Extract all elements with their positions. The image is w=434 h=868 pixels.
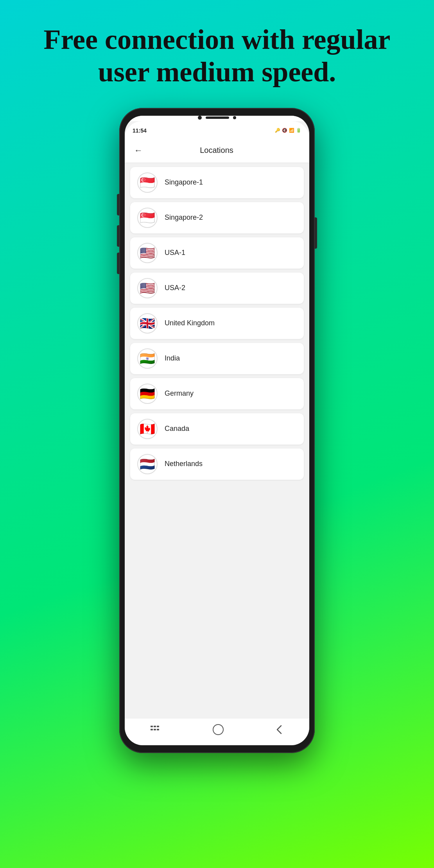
location-name-de: Germany xyxy=(165,389,194,398)
flag-sg1: 🇸🇬 xyxy=(137,172,158,193)
location-name-us2: USA-2 xyxy=(165,284,185,292)
location-item-in[interactable]: 🇮🇳 India xyxy=(130,343,304,374)
svg-rect-1 xyxy=(154,726,156,727)
phone-notch xyxy=(125,116,309,121)
bottom-nav-bar xyxy=(125,719,309,745)
battery-icon: 🔋 xyxy=(296,128,301,133)
sensor xyxy=(233,116,236,119)
wifi-icon: 📶 xyxy=(289,128,294,133)
locations-list: 🇸🇬 Singapore-1 🇸🇬 Singapore-2 🇺🇸 USA-1 🇺… xyxy=(125,163,309,719)
svg-rect-4 xyxy=(154,729,156,730)
location-item-ca[interactable]: 🇨🇦 Canada xyxy=(130,413,304,445)
phone-screen: 11:54 🔑 🔇 📶 🔋 ← Locations 🇸🇬 Singapor xyxy=(125,116,309,745)
flag-us1: 🇺🇸 xyxy=(137,243,158,263)
location-item-sg2[interactable]: 🇸🇬 Singapore-2 xyxy=(130,202,304,233)
front-camera xyxy=(198,116,202,120)
flag-ca: 🇨🇦 xyxy=(137,419,158,439)
page-title: Locations xyxy=(146,146,287,155)
recent-apps-button[interactable] xyxy=(151,726,161,736)
status-icons: 🔑 🔇 📶 🔋 xyxy=(275,128,301,133)
back-nav-button[interactable] xyxy=(275,724,283,737)
mute-icon: 🔇 xyxy=(282,128,287,133)
location-item-uk[interactable]: 🇬🇧 United Kingdom xyxy=(130,308,304,339)
location-name-sg2: Singapore-2 xyxy=(165,213,203,222)
svg-rect-3 xyxy=(151,729,153,730)
location-name-in: India xyxy=(165,354,180,362)
location-name-us1: USA-1 xyxy=(165,249,185,257)
svg-rect-0 xyxy=(151,726,153,727)
flag-de: 🇩🇪 xyxy=(137,384,158,404)
home-button[interactable] xyxy=(213,724,224,737)
location-item-us2[interactable]: 🇺🇸 USA-2 xyxy=(130,273,304,304)
hero-section: Free connection with regular user medium… xyxy=(0,0,434,104)
location-name-uk: United Kingdom xyxy=(165,319,215,327)
svg-rect-2 xyxy=(157,726,159,727)
flag-us2: 🇺🇸 xyxy=(137,278,158,298)
location-item-de[interactable]: 🇩🇪 Germany xyxy=(130,378,304,409)
flag-in: 🇮🇳 xyxy=(137,348,158,369)
location-name-nl: Netherlands xyxy=(165,460,203,468)
speaker-grille xyxy=(206,117,229,119)
status-time: 11:54 xyxy=(133,127,147,134)
phone-mockup: 11:54 🔑 🔇 📶 🔋 ← Locations 🇸🇬 Singapor xyxy=(119,108,315,753)
status-bar: 11:54 🔑 🔇 📶 🔋 xyxy=(125,121,309,138)
hero-text: Free connection with regular user medium… xyxy=(0,0,434,104)
app-header: ← Locations xyxy=(125,138,309,163)
svg-rect-5 xyxy=(157,729,159,730)
location-item-us1[interactable]: 🇺🇸 USA-1 xyxy=(130,237,304,269)
phone-body: 11:54 🔑 🔇 📶 🔋 ← Locations 🇸🇬 Singapor xyxy=(119,108,315,753)
key-icon: 🔑 xyxy=(275,128,280,133)
flag-sg2: 🇸🇬 xyxy=(137,208,158,228)
location-item-nl[interactable]: 🇳🇱 Netherlands xyxy=(130,448,304,480)
location-name-ca: Canada xyxy=(165,425,189,433)
back-button[interactable]: ← xyxy=(131,144,146,157)
location-name-sg1: Singapore-1 xyxy=(165,178,203,187)
svg-rect-6 xyxy=(213,725,223,735)
flag-uk: 🇬🇧 xyxy=(137,313,158,334)
location-item-sg1[interactable]: 🇸🇬 Singapore-1 xyxy=(130,167,304,198)
flag-nl: 🇳🇱 xyxy=(137,454,158,474)
